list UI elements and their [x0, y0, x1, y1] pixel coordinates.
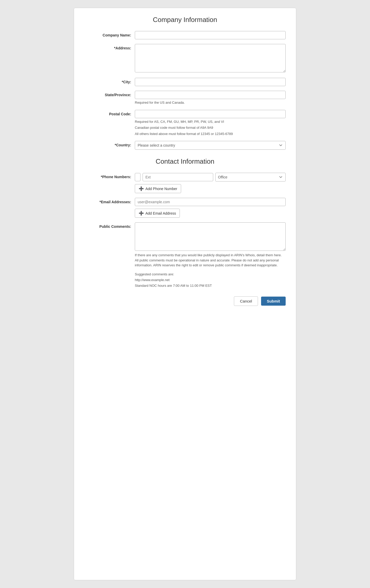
- suggested-hours: Standard NOC hours are 7:00 AM to 11:00 …: [135, 283, 286, 289]
- state-hint: Required for the US and Canada.: [135, 100, 286, 105]
- comments-label: Public Comments:: [84, 222, 135, 229]
- postal-input[interactable]: [135, 110, 286, 118]
- contact-section: Contact Information *Phone Numbers: Offi…: [84, 157, 286, 289]
- city-field: [135, 78, 286, 86]
- address-row: *Address:: [84, 44, 286, 73]
- form-container: Company Information Company Name: *Addre…: [74, 8, 296, 580]
- suggested-comments: Suggested comments are: http://www.examp…: [135, 272, 286, 289]
- add-phone-button[interactable]: ➕ Add Phone Number: [135, 184, 181, 193]
- phone-number-input[interactable]: [135, 173, 140, 181]
- add-phone-icon: ➕: [139, 186, 144, 191]
- comments-hint: If there are any comments that you would…: [135, 253, 286, 268]
- company-name-row: Company Name:: [84, 31, 286, 39]
- company-name-field: [135, 31, 286, 39]
- suggested-label: Suggested comments are:: [135, 272, 286, 277]
- email-row: *Email Addresses: ➕ Add Email Address: [84, 198, 286, 218]
- suggested-url: http://www.example.net: [135, 277, 286, 283]
- phone-type-select[interactable]: Office Mobile Fax Home: [215, 173, 286, 182]
- email-label: *Email Addresses:: [84, 198, 135, 204]
- comments-input[interactable]: [135, 222, 286, 251]
- comments-row: Public Comments: If there are any commen…: [84, 222, 286, 289]
- state-input[interactable]: [135, 91, 286, 99]
- email-field: ➕ Add Email Address: [135, 198, 286, 218]
- city-input[interactable]: [135, 78, 286, 86]
- phone-ext-input[interactable]: [143, 173, 213, 181]
- postal-label: Postal Code:: [84, 110, 135, 116]
- address-input[interactable]: [135, 44, 286, 72]
- address-label: *Address:: [84, 44, 135, 50]
- button-row: Cancel Submit: [84, 296, 286, 306]
- state-row: State/Province: Required for the US and …: [84, 91, 286, 105]
- phone-field: Office Mobile Fax Home ➕ Add Phone Numbe…: [135, 173, 286, 193]
- address-field: [135, 44, 286, 73]
- comments-field: If there are any comments that you would…: [135, 222, 286, 289]
- city-label: *City:: [84, 78, 135, 84]
- postal-hint-2: Canadian postal code must follow format …: [135, 125, 286, 130]
- submit-button[interactable]: Submit: [261, 297, 286, 306]
- phone-inputs-group: Office Mobile Fax Home: [135, 173, 286, 182]
- city-row: *City:: [84, 78, 286, 86]
- company-name-input[interactable]: [135, 31, 286, 39]
- postal-hint-1: Required for AS, CA, FM, GU, MH, MP, PR,…: [135, 119, 286, 124]
- country-row: *Country: Please select a country United…: [84, 141, 286, 150]
- postal-row: Postal Code: Required for AS, CA, FM, GU…: [84, 110, 286, 137]
- postal-field: Required for AS, CA, FM, GU, MH, MP, PR,…: [135, 110, 286, 137]
- phone-row: *Phone Numbers: Office Mobile Fax Home ➕…: [84, 173, 286, 193]
- country-field: Please select a country United States Ca…: [135, 141, 286, 150]
- state-field: Required for the US and Canada.: [135, 91, 286, 105]
- add-email-button[interactable]: ➕ Add Email Address: [135, 209, 180, 218]
- phone-label: *Phone Numbers:: [84, 173, 135, 179]
- add-email-label: Add Email Address: [145, 211, 176, 215]
- cancel-button[interactable]: Cancel: [234, 296, 258, 306]
- company-name-label: Company Name:: [84, 31, 135, 37]
- company-section-title: Company Information: [84, 16, 286, 24]
- state-label: State/Province:: [84, 91, 135, 97]
- country-label: *Country:: [84, 141, 135, 147]
- country-select[interactable]: Please select a country United States Ca…: [135, 141, 286, 150]
- email-input[interactable]: [135, 198, 286, 206]
- add-email-icon: ➕: [139, 211, 144, 216]
- contact-section-title: Contact Information: [84, 157, 286, 165]
- postal-hint-3: All others listed above must follow form…: [135, 131, 286, 137]
- add-phone-label: Add Phone Number: [145, 187, 177, 191]
